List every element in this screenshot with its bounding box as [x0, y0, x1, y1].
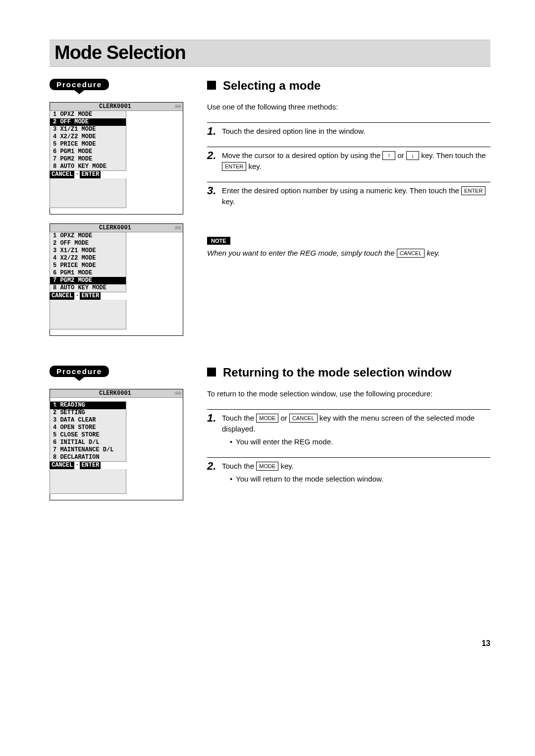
section-selecting-mode: Procedure CLERK0001 ☉☉ 1 OPXZ MODE2 OFF … — [50, 79, 490, 336]
list-item: 5 PRICE MODE — [50, 262, 126, 270]
cancel-softkey: CANCEL — [50, 462, 74, 469]
list-item: 7 PGM2 MODE — [50, 156, 126, 163]
clerk-id: CLERK0001 — [99, 224, 131, 232]
enter-key: ENTER — [222, 162, 246, 171]
list-item: 4 X2/Z2 MODE — [50, 133, 126, 141]
list-item: 8 DECLARATION — [50, 454, 126, 461]
receipt-icons: ☉☉ — [175, 103, 181, 110]
list-item: 6 INITIAL D/L — [50, 439, 126, 446]
list-item: 6 PGM1 MODE — [50, 148, 126, 156]
screenshot-mode-list-pgm2-selected: CLERK0001 ☉☉ 1 OPXZ MODE2 OFF MODE3 X1/Z… — [50, 223, 183, 336]
step-sub-bullet: You will return to the mode selection wi… — [230, 474, 490, 485]
list-item: 8 AUTO KEY MODE — [50, 163, 126, 170]
list-item: 3 DATA CLEAR — [50, 417, 126, 424]
title-bar: Mode Selection — [50, 40, 490, 67]
section-intro: Use one of the following three methods: — [207, 102, 490, 112]
procedure-label: Procedure — [50, 366, 109, 377]
step-1: 1. Touch the MODE or CANCEL key with the… — [207, 409, 490, 457]
clerk-id: CLERK0001 — [99, 103, 131, 110]
step-3: 3. Enter the desired option number by us… — [207, 182, 490, 217]
list-item: 2 OFF MODE — [50, 240, 126, 247]
list-item: 5 PRICE MODE — [50, 141, 126, 148]
step-1: 1. Touch the desired option line in the … — [207, 122, 490, 147]
section-bullet-icon — [207, 368, 216, 377]
section-intro: To return to the mode selection window, … — [207, 388, 490, 399]
screenshot-mode-list-off-selected: CLERK0001 ☉☉ 1 OPXZ MODE2 OFF MODE3 X1/Z… — [50, 102, 183, 215]
receipt-icons: ☉☉ — [175, 390, 181, 397]
list-item: 4 X2/Z2 MODE — [50, 255, 126, 262]
enter-softkey: ENTER — [80, 292, 101, 300]
note-label: NOTE — [207, 237, 230, 245]
clerk-id: CLERK0001 — [99, 390, 131, 397]
list-item: 4 OPEN STORE — [50, 424, 126, 432]
enter-key: ENTER — [461, 186, 485, 195]
list-item: 1 OPXZ MODE — [50, 232, 126, 240]
procedure-label: Procedure — [50, 79, 109, 90]
panel-title: PGM2 MODE — [52, 406, 83, 411]
down-arrow-key: ↓ — [406, 151, 419, 160]
list-item: 5 CLOSE STORE — [50, 432, 126, 439]
note-text: When you want to enter the REG mode, sim… — [207, 248, 490, 259]
cancel-key: CANCEL — [397, 249, 425, 258]
screenshot-pgm2-menu: CLERK0001 ☉☉ PGM2 MODE 1 READING2 SETTIN… — [50, 389, 183, 500]
step-sub-bullet: You will enter the REG mode. — [230, 436, 490, 447]
list-item: 8 AUTO KEY MODE — [50, 284, 126, 292]
cancel-key: CANCEL — [289, 414, 318, 423]
section-heading: Returning to the mode selection window — [223, 366, 451, 379]
enter-softkey: ENTER — [80, 462, 101, 469]
section-returning: Procedure CLERK0001 ☉☉ PGM2 MODE 1 READI… — [50, 366, 490, 500]
list-item: 3 X1/Z1 MODE — [50, 247, 126, 255]
cancel-softkey: CANCEL — [50, 292, 74, 300]
list-item: 3 X1/Z1 MODE — [50, 126, 126, 133]
step-2: 2. Touch the MODE key. You will return t… — [207, 457, 490, 494]
enter-softkey: ENTER — [80, 171, 101, 178]
list-item: 7 PGM2 MODE — [50, 277, 126, 284]
up-arrow-key: ↑ — [382, 151, 395, 160]
mode-key: MODE — [256, 462, 278, 471]
receipt-icons: ☉☉ — [175, 224, 181, 232]
page-number: 13 — [50, 639, 490, 648]
list-item: 6 PGM1 MODE — [50, 270, 126, 277]
list-item: 2 OFF MODE — [50, 118, 126, 126]
mode-key: MODE — [256, 414, 278, 423]
section-bullet-icon — [207, 81, 216, 90]
step-2: 2. Move the cursor to a desired option b… — [207, 147, 490, 182]
list-item: 1 OPXZ MODE — [50, 111, 126, 118]
section-heading: Selecting a mode — [223, 79, 321, 93]
page-title: Mode Selection — [54, 42, 485, 63]
list-item: 7 MAINTENANCE D/L — [50, 446, 126, 454]
cancel-softkey: CANCEL — [50, 171, 74, 178]
